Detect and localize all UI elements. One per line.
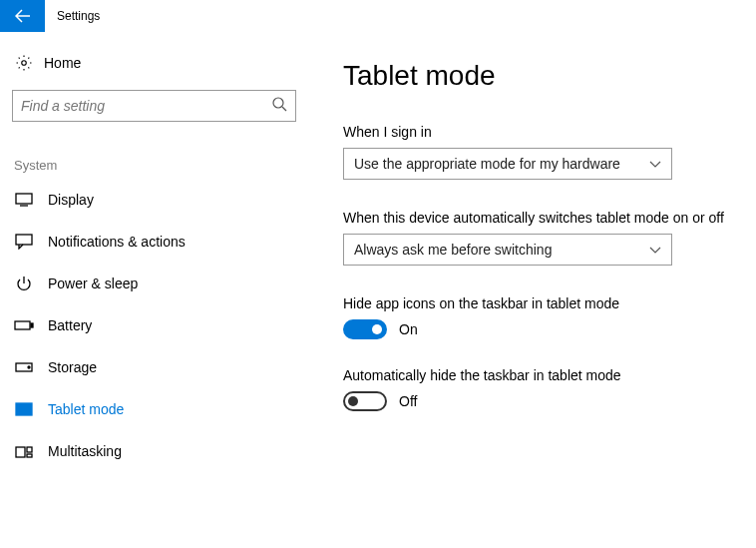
hide-icons-toggle[interactable] — [343, 319, 387, 339]
sidebar-item-battery[interactable]: Battery — [0, 304, 309, 346]
sidebar-item-label: Battery — [48, 317, 92, 333]
titlebar: Settings — [0, 0, 756, 32]
svg-line-2 — [282, 107, 286, 111]
svg-point-9 — [28, 366, 30, 368]
chevron-down-icon — [649, 156, 661, 172]
page-title: Tablet mode — [343, 60, 736, 92]
sidebar-item-label: Storage — [48, 359, 97, 375]
toggle-state-text: On — [399, 321, 418, 337]
dropdown-value: Always ask me before switching — [354, 242, 552, 258]
sidebar-item-label: Display — [48, 192, 94, 208]
battery-icon — [14, 319, 34, 331]
sidebar-item-label: Notifications & actions — [48, 234, 186, 250]
main-panel: Tablet mode When I sign in Use the appro… — [309, 32, 756, 472]
svg-point-1 — [273, 98, 283, 108]
toggle-knob — [348, 396, 358, 406]
toggle-state-text: Off — [399, 393, 417, 409]
sidebar-item-label: Home — [44, 55, 81, 71]
svg-rect-6 — [15, 321, 30, 329]
svg-rect-14 — [27, 454, 32, 457]
svg-rect-7 — [31, 323, 33, 327]
chevron-down-icon — [649, 242, 661, 258]
back-button[interactable] — [0, 0, 45, 32]
sidebar-item-multitasking[interactable]: Multitasking — [0, 430, 309, 472]
toggle-knob — [372, 324, 382, 334]
tablet-icon — [14, 402, 34, 416]
sidebar-item-label: Power & sleep — [48, 275, 138, 291]
multitasking-icon — [14, 444, 34, 458]
switch-mode-label: When this device automatically switches … — [343, 210, 736, 226]
sidebar-item-label: Multitasking — [48, 443, 122, 459]
svg-rect-12 — [16, 447, 25, 457]
search-input-container[interactable] — [12, 90, 296, 122]
svg-rect-5 — [16, 235, 32, 245]
power-icon — [14, 275, 34, 291]
sidebar-item-power[interactable]: Power & sleep — [0, 263, 309, 304]
search-icon — [271, 96, 287, 116]
monitor-icon — [14, 193, 34, 207]
svg-rect-3 — [16, 194, 32, 204]
gear-icon — [14, 54, 34, 72]
sidebar: Home System Display — [0, 32, 309, 472]
switch-mode-dropdown[interactable]: Always ask me before switching — [343, 234, 672, 266]
sidebar-item-storage[interactable]: Storage — [0, 346, 309, 388]
svg-rect-13 — [27, 447, 32, 452]
sidebar-item-notifications[interactable]: Notifications & actions — [0, 221, 309, 263]
sidebar-item-tablet-mode[interactable]: Tablet mode — [0, 388, 309, 430]
message-icon — [14, 234, 34, 250]
sidebar-item-home[interactable]: Home — [0, 32, 309, 90]
svg-point-0 — [22, 61, 27, 66]
hide-taskbar-label: Automatically hide the taskbar in tablet… — [343, 367, 736, 383]
sidebar-item-label: Tablet mode — [48, 401, 124, 417]
sidebar-group-header: System — [0, 122, 309, 179]
search-input[interactable] — [21, 98, 271, 114]
hide-icons-label: Hide app icons on the taskbar in tablet … — [343, 295, 736, 311]
signin-dropdown[interactable]: Use the appropriate mode for my hardware — [343, 148, 672, 180]
signin-label: When I sign in — [343, 124, 736, 140]
window-title: Settings — [57, 9, 100, 23]
storage-icon — [14, 362, 34, 372]
arrow-left-icon — [15, 8, 31, 24]
hide-taskbar-toggle[interactable] — [343, 391, 387, 411]
sidebar-item-display[interactable]: Display — [0, 179, 309, 221]
dropdown-value: Use the appropriate mode for my hardware — [354, 156, 620, 172]
